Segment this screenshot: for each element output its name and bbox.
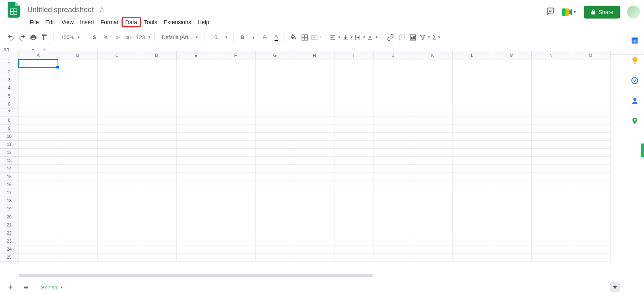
format-currency-button[interactable]: $ xyxy=(89,32,100,43)
cell[interactable] xyxy=(452,181,492,189)
cell[interactable] xyxy=(452,205,492,213)
cell[interactable] xyxy=(295,124,334,132)
cell[interactable] xyxy=(374,189,413,197)
cell[interactable] xyxy=(452,245,492,253)
column-header[interactable]: H xyxy=(295,51,334,60)
cell[interactable] xyxy=(58,181,97,189)
cell[interactable] xyxy=(97,140,137,148)
cell[interactable] xyxy=(19,84,58,92)
cell[interactable] xyxy=(295,76,334,84)
cell[interactable] xyxy=(176,172,216,181)
cell[interactable] xyxy=(97,181,137,189)
text-color-button[interactable]: A xyxy=(271,32,281,43)
cell[interactable] xyxy=(58,60,97,68)
cell[interactable] xyxy=(571,92,610,100)
cell[interactable] xyxy=(531,237,571,245)
cell[interactable] xyxy=(255,164,295,172)
cell[interactable] xyxy=(334,148,374,156)
cell[interactable] xyxy=(492,229,531,237)
cell[interactable] xyxy=(255,156,295,164)
cell[interactable] xyxy=(216,229,255,237)
document-title[interactable]: Untitled spreadsheet xyxy=(25,5,96,15)
redo-button[interactable] xyxy=(17,32,27,43)
cell[interactable] xyxy=(531,197,571,205)
cell[interactable] xyxy=(452,132,492,140)
cell[interactable] xyxy=(413,237,452,245)
cell[interactable] xyxy=(216,100,255,108)
cell[interactable] xyxy=(137,205,176,213)
cell[interactable] xyxy=(255,124,295,132)
cell[interactable] xyxy=(19,132,58,140)
cell[interactable] xyxy=(492,213,531,221)
cell[interactable] xyxy=(295,181,334,189)
cell[interactable] xyxy=(571,245,610,253)
cell[interactable] xyxy=(137,116,176,124)
column-header[interactable]: L xyxy=(452,51,492,60)
cell[interactable] xyxy=(492,92,531,100)
cell[interactable] xyxy=(19,237,58,245)
cell[interactable] xyxy=(571,229,610,237)
fill-color-button[interactable] xyxy=(288,32,299,43)
cell[interactable] xyxy=(374,148,413,156)
cell[interactable] xyxy=(19,205,58,213)
cell[interactable] xyxy=(334,84,374,92)
cell[interactable] xyxy=(216,132,255,140)
row-header[interactable]: 12 xyxy=(0,148,19,156)
cell[interactable] xyxy=(97,229,137,237)
column-header[interactable]: A xyxy=(19,51,58,60)
cell[interactable] xyxy=(176,68,216,76)
select-all-corner[interactable] xyxy=(0,51,19,60)
cell[interactable] xyxy=(531,205,571,213)
cell[interactable] xyxy=(137,140,176,148)
cell[interactable] xyxy=(97,108,137,116)
column-header[interactable]: C xyxy=(97,51,137,60)
cell[interactable] xyxy=(19,76,58,84)
cell[interactable] xyxy=(334,172,374,181)
cell[interactable] xyxy=(413,189,452,197)
cell[interactable] xyxy=(216,92,255,100)
cell[interactable] xyxy=(452,60,492,68)
cell[interactable] xyxy=(571,189,610,197)
cell[interactable] xyxy=(19,140,58,148)
cell[interactable] xyxy=(334,76,374,84)
cell[interactable] xyxy=(413,132,452,140)
cell[interactable] xyxy=(492,253,531,261)
cell[interactable] xyxy=(413,116,452,124)
cell[interactable] xyxy=(452,197,492,205)
cell[interactable] xyxy=(97,221,137,229)
cell[interactable] xyxy=(334,221,374,229)
cell[interactable] xyxy=(295,237,334,245)
cell[interactable] xyxy=(413,76,452,84)
column-header[interactable]: F xyxy=(216,51,255,60)
cell[interactable] xyxy=(334,108,374,116)
functions-button[interactable]: Σ▼ xyxy=(431,32,442,43)
cell[interactable] xyxy=(137,229,176,237)
cell[interactable] xyxy=(531,156,571,164)
column-header[interactable]: O xyxy=(571,51,610,60)
row-header[interactable]: 16 xyxy=(0,181,19,189)
cell[interactable] xyxy=(58,132,97,140)
cell[interactable] xyxy=(137,221,176,229)
cell[interactable] xyxy=(571,60,610,68)
cell[interactable] xyxy=(137,84,176,92)
cell[interactable] xyxy=(492,189,531,197)
row-header[interactable]: 14 xyxy=(0,164,19,172)
cell[interactable] xyxy=(492,221,531,229)
cell[interactable] xyxy=(492,132,531,140)
cell[interactable] xyxy=(374,221,413,229)
cell[interactable] xyxy=(176,156,216,164)
cell[interactable] xyxy=(137,148,176,156)
cell[interactable] xyxy=(19,124,58,132)
cell[interactable] xyxy=(334,229,374,237)
cell[interactable] xyxy=(531,140,571,148)
cell[interactable] xyxy=(97,76,137,84)
cell[interactable] xyxy=(571,108,610,116)
cell[interactable] xyxy=(137,189,176,197)
active-cell[interactable] xyxy=(19,60,58,68)
row-header[interactable]: 5 xyxy=(0,92,19,100)
font-size-select[interactable]: 10▼ xyxy=(208,32,230,43)
cell[interactable] xyxy=(19,156,58,164)
cell[interactable] xyxy=(19,68,58,76)
cell[interactable] xyxy=(216,237,255,245)
strikethrough-button[interactable]: S xyxy=(260,32,270,43)
